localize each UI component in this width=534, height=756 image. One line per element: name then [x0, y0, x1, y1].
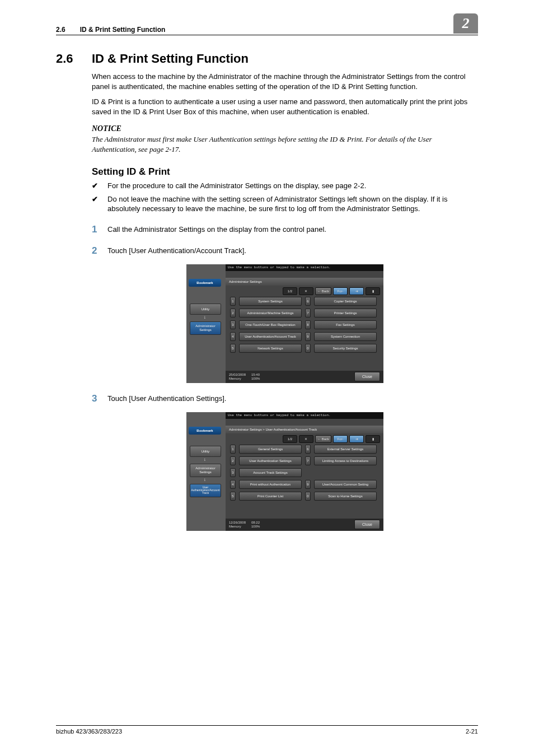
menu-item-number[interactable]: 1	[230, 297, 236, 306]
bullet-text: For the procedure to call the Administra…	[107, 181, 366, 191]
menu-item-button[interactable]: General Settings	[239, 445, 302, 454]
menu-item-button[interactable]: Security Settings	[314, 344, 377, 353]
page-indicator: 1/2	[283, 287, 297, 295]
breadcrumb: Administrator Settings	[226, 278, 383, 286]
notice-label: NOTICE	[92, 124, 478, 133]
menu-item-button[interactable]: User Authentication/Account Track	[239, 332, 302, 341]
menu-item-button[interactable]: Print without Authentication	[239, 480, 302, 489]
screenshot-instruction-bar: Use the menu buttons or keypad to make a…	[226, 412, 383, 419]
screenshot-user-auth-account-track: Bookmark Utility ↓ Administrator Setting…	[186, 412, 383, 531]
step-number: 1	[92, 224, 107, 235]
step-text: Touch [User Authentication Settings].	[107, 393, 226, 403]
menu-item-number[interactable]: 6	[305, 297, 311, 306]
arrow-down-icon: ↓	[202, 457, 208, 463]
menu-item-button[interactable]: Printer Settings	[314, 309, 377, 318]
section-number: 2.6	[56, 52, 92, 66]
pager-close-icon[interactable]: ✕	[299, 435, 313, 443]
header-section-title: ID & Print Setting Function	[80, 26, 166, 34]
menu-item-number[interactable]: 9	[305, 480, 311, 489]
close-button[interactable]: Close	[354, 372, 380, 381]
menu-item-number[interactable]: 4	[230, 332, 236, 341]
menu-item-button[interactable]: System Settings	[239, 297, 302, 306]
step-text: Touch [User Authentication/Account Track…	[107, 245, 246, 255]
menu-grid: 1General Settings6External Server Settin…	[230, 445, 380, 501]
checkmark-icon: ✔	[92, 181, 107, 191]
menu-item-number[interactable]: 4	[230, 480, 236, 489]
pager-forward-button[interactable]: For-	[333, 287, 348, 295]
close-button[interactable]: Close	[354, 520, 380, 529]
pager-forward-arrow-button[interactable]: ➜	[349, 287, 364, 295]
menu-item-number[interactable]: 2	[230, 456, 236, 465]
chapter-badge: 2	[453, 13, 478, 34]
pager-close-icon[interactable]: ✕	[299, 287, 313, 295]
page-indicator: 1/2	[283, 435, 297, 443]
menu-item-number[interactable]: 8	[305, 320, 311, 329]
step-number: 2	[92, 245, 107, 256]
menu-item-button[interactable]: External Server Settings	[314, 445, 377, 454]
menu-item-button[interactable]: Scan to Home Settings	[314, 492, 377, 501]
menu-item-number[interactable]: 0	[305, 344, 311, 353]
menu-item-number[interactable]: 2	[230, 309, 236, 318]
status-time: 08:22	[251, 521, 260, 524]
pager: 1/2 ✕ ← Back For- ➜ ▮	[283, 436, 380, 443]
subsection-title: Setting ID & Print	[92, 166, 478, 178]
menu-item-number[interactable]: 5	[230, 344, 236, 353]
screenshot-sidebar: Bookmark Utility ↓ Administrator Setting…	[186, 412, 226, 531]
arrow-down-icon: ↓	[202, 477, 208, 483]
footer-page-number: 2-21	[466, 728, 478, 735]
header-section-number: 2.6	[56, 26, 65, 34]
arrow-down-icon: ↓	[202, 315, 208, 320]
pager-end-icon[interactable]: ▮	[366, 287, 380, 295]
menu-item-button[interactable]: Copier Settings	[314, 297, 377, 306]
menu-item-number[interactable]: 6	[305, 445, 311, 454]
menu-item-number[interactable]: 3	[230, 320, 236, 329]
paragraph: ID & Print is a function to authenticate…	[92, 97, 478, 116]
menu-grid: 1System Settings6Copier Settings2Adminis…	[230, 297, 380, 353]
sidebar-utility-button[interactable]: Utility	[190, 446, 221, 457]
status-memory-value: 100%	[251, 377, 260, 380]
status-memory-label: Memory	[229, 377, 241, 380]
menu-item-button[interactable]: User Authentication Settings	[239, 456, 302, 465]
menu-item-button[interactable]: Account Track Settings	[239, 468, 302, 477]
step-text: Call the Administrator Settings on the d…	[107, 224, 326, 234]
screenshot-sidebar: Bookmark Utility ↓ Administrator Setting…	[186, 264, 226, 383]
menu-item-number[interactable]: 7	[305, 456, 311, 465]
menu-item-number[interactable]: 0	[305, 492, 311, 501]
menu-item-number[interactable]: 9	[305, 332, 311, 341]
bookmark-tab[interactable]: Bookmark	[189, 279, 221, 287]
breadcrumb: Administrator Settings > User Authentica…	[226, 426, 383, 433]
paragraph: When access to the machine by the Admini…	[92, 72, 478, 91]
footer-model: bizhub 423/363/283/223	[56, 728, 122, 735]
running-header: 2.6 ID & Print Setting Function	[56, 21, 478, 35]
menu-item-button[interactable]: User/Account Common Setting	[314, 480, 377, 489]
menu-item-button[interactable]: Administrator/Machine Settings	[239, 309, 302, 318]
status-date: 25/02/2008	[229, 373, 246, 376]
menu-item-button[interactable]: Limiting Access to Destinations	[314, 456, 377, 465]
bullet-text: Do not leave the machine with the settin…	[107, 194, 478, 214]
menu-item-number[interactable]: 1	[230, 445, 236, 454]
status-time: 15:40	[251, 373, 260, 376]
bookmark-tab[interactable]: Bookmark	[189, 427, 221, 435]
menu-item-button[interactable]: Print Counter List	[239, 492, 302, 501]
sidebar-admin-settings-button[interactable]: Administrator Settings	[190, 321, 221, 335]
menu-item-number[interactable]: 3	[230, 468, 236, 477]
screenshot-instruction-bar: Use the menu buttons or keypad to make a…	[226, 264, 383, 271]
menu-item-button[interactable]: Fax Settings	[314, 320, 377, 329]
status-date: 12/26/2008	[229, 521, 246, 524]
pager-back-button[interactable]: ← Back	[315, 287, 331, 295]
pager-forward-button[interactable]: For-	[333, 435, 348, 443]
status-memory-value: 100%	[251, 525, 260, 528]
menu-item-button[interactable]: Network Settings	[239, 344, 302, 353]
pager-back-button[interactable]: ← Back	[315, 435, 331, 443]
menu-item-number[interactable]: 5	[230, 492, 236, 501]
sidebar-user-auth-button[interactable]: User Authentication/Account Track	[190, 484, 221, 497]
pager-forward-arrow-button[interactable]: ➜	[349, 435, 364, 443]
notice-body: The Administrator must first make User A…	[92, 134, 478, 154]
menu-item-button[interactable]: One-Touch/User Box Registration	[239, 320, 302, 329]
menu-item-number[interactable]: 7	[305, 309, 311, 318]
pager-end-icon[interactable]: ▮	[366, 435, 380, 443]
sidebar-admin-settings-button[interactable]: Administrator Settings	[190, 464, 221, 477]
sidebar-utility-button[interactable]: Utility	[190, 304, 221, 315]
menu-item-button[interactable]: System Connection	[314, 332, 377, 341]
screenshot-admin-settings: Bookmark Utility ↓ Administrator Setting…	[186, 264, 383, 383]
